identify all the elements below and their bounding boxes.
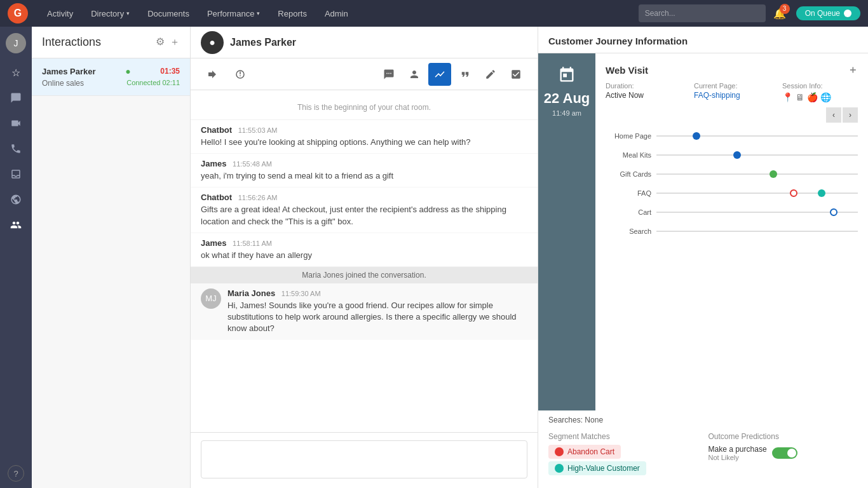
interactions-toolbar: ⚙ ＋ xyxy=(156,36,180,49)
msg-sender: Chatbot xyxy=(201,125,232,135)
chart-row-homepage: Home Page xyxy=(606,128,858,144)
location-icon: 📍 xyxy=(782,92,793,102)
notification-bell[interactable]: 🔔 3 xyxy=(773,8,786,20)
agent-name: Maria Jones xyxy=(227,288,275,298)
msg-time: 11:55:03 AM xyxy=(238,126,278,134)
interaction-time: 01:35 xyxy=(160,67,180,76)
chat-status-icon: ● xyxy=(125,66,130,76)
chat-begin-message: This is the beginning of your chat room. xyxy=(191,95,538,120)
queue-status-dot xyxy=(844,10,851,17)
chart-row-mealkits: Meal Kits xyxy=(606,147,858,163)
agent-message: MJ Maria Jones 11:59:30 AM Hi, James! So… xyxy=(191,283,538,340)
chart-next-button[interactable]: › xyxy=(843,107,858,123)
msg-time: 11:56:26 AM xyxy=(238,194,278,201)
nav-performance[interactable]: Performance ▾ xyxy=(198,0,269,27)
sidebar-icon-phone[interactable] xyxy=(4,137,27,160)
nav-reports[interactable]: Reports xyxy=(269,0,316,27)
msg-sender: James xyxy=(201,238,226,248)
agent-avatar: MJ xyxy=(201,288,221,309)
chat-info-button[interactable] xyxy=(377,63,400,86)
chat-input-area xyxy=(191,432,538,488)
sidebar-icon-globe[interactable] xyxy=(4,188,27,211)
global-search-input[interactable] xyxy=(639,4,766,22)
outcome-toggle[interactable] xyxy=(772,447,797,459)
high-value-badge: High-Value Customer xyxy=(548,461,646,475)
forward-button[interactable] xyxy=(201,63,224,86)
nav-admin[interactable]: Admin xyxy=(316,0,357,27)
interactions-header: Interactions ⚙ ＋ xyxy=(32,27,190,58)
user-avatar[interactable]: J xyxy=(6,33,26,53)
chat-input[interactable] xyxy=(201,440,527,478)
message-chatbot-2: Chatbot 11:56:26 AM Gifts are a great id… xyxy=(191,187,538,233)
checklist-button[interactable] xyxy=(505,63,527,86)
chart-row-giftcards: Gift Cards xyxy=(606,166,858,182)
interactions-panel: Interactions ⚙ ＋ James Parker ● 01:35 On… xyxy=(32,27,191,488)
current-page-link[interactable]: FAQ-shipping xyxy=(694,91,770,100)
msg-text: yeah, i'm trying to send a meal kit to a… xyxy=(201,170,527,182)
chart-row-faq: FAQ xyxy=(606,185,858,201)
abandon-cart-badge: Abandon Cart xyxy=(548,445,621,459)
journey-button[interactable] xyxy=(428,63,451,86)
sidebar-icon-star[interactable]: ☆ xyxy=(4,61,27,84)
chat-messages: This is the beginning of your chat room.… xyxy=(191,90,538,432)
outcome-row: Make a purchase Not Likely xyxy=(709,445,858,461)
chart-prev-button[interactable]: ‹ xyxy=(826,107,841,123)
outcome-predictions-title: Outcome Predictions xyxy=(709,432,858,441)
interaction-contact-name: James Parker xyxy=(42,67,96,76)
contact-info-button[interactable] xyxy=(403,63,426,86)
chart-navigation: ‹ › xyxy=(606,107,858,123)
journey-date-column: 22 Aug 11:49 am xyxy=(538,53,595,410)
sidebar-icon-inbox[interactable] xyxy=(4,163,27,186)
segment-outcome-row: Segment Matches Abandon Cart High-Value … xyxy=(548,432,858,478)
toggle-knob xyxy=(787,449,796,458)
message-chatbot-1: Chatbot 11:55:03 AM Hello! I see you're … xyxy=(191,120,538,154)
icon-sidebar: J ☆ ? xyxy=(0,27,32,488)
msg-text: ok what if they have an allergy xyxy=(201,250,527,261)
journey-content: 22 Aug 11:49 am Web Visit ＋ Duration: Ac… xyxy=(538,53,868,410)
contact-avatar: ● xyxy=(201,31,224,54)
on-queue-button[interactable]: On Queue xyxy=(796,6,860,20)
segment-matches-title: Segment Matches xyxy=(548,432,698,441)
add-journey-button[interactable]: ＋ xyxy=(848,64,858,77)
web-visit-title: Web Visit xyxy=(606,65,648,76)
sidebar-icon-help[interactable]: ? xyxy=(8,465,24,482)
sidebar-icon-chat[interactable] xyxy=(4,86,27,109)
performance-arrow-icon: ▾ xyxy=(257,10,260,17)
nav-documents[interactable]: Documents xyxy=(139,0,198,27)
browser-icon: 🌐 xyxy=(820,92,831,102)
chart-row-search: Search xyxy=(606,223,858,240)
main-layout: J ☆ ? Interactions ⚙ ＋ xyxy=(0,27,868,488)
journey-time: 11:49 am xyxy=(552,109,581,117)
nav-activity[interactable]: Activity xyxy=(38,0,82,27)
journey-date: 22 Aug xyxy=(544,90,590,107)
msg-time: 11:55:48 AM xyxy=(233,160,272,168)
sidebar-icon-video[interactable] xyxy=(4,112,27,135)
message-james-1: James 11:55:48 AM yeah, i'm trying to se… xyxy=(191,154,538,187)
abandon-cart-icon xyxy=(555,447,564,456)
outcome-action: Make a purchase xyxy=(709,445,767,454)
mute-button[interactable] xyxy=(229,63,252,86)
app-logo[interactable]: G xyxy=(8,3,28,24)
interactions-settings-icon[interactable]: ⚙ xyxy=(156,36,165,49)
segment-matches-col: Segment Matches Abandon Cart High-Value … xyxy=(548,432,698,478)
interaction-queue: Online sales xyxy=(42,79,84,88)
outcome-predictions-col: Outcome Predictions Make a purchase Not … xyxy=(709,432,858,478)
chat-area: ● James Parker xyxy=(191,27,538,488)
current-page-field: Current Page: FAQ-shipping xyxy=(694,82,770,102)
system-message: Maria Jones joined the conversation. xyxy=(191,267,538,283)
msg-text: Hello! I see you're looking at shipping … xyxy=(201,137,527,148)
nav-directory[interactable]: Directory ▾ xyxy=(82,0,139,27)
calendar-icon xyxy=(558,66,576,88)
message-james-2: James 11:58:11 AM ok what if they have a… xyxy=(191,233,538,267)
interactions-add-icon[interactable]: ＋ xyxy=(170,36,180,49)
directory-arrow-icon: ▾ xyxy=(126,10,130,17)
interaction-status: Connected 02:11 xyxy=(126,79,180,88)
interaction-item[interactable]: James Parker ● 01:35 Online sales Connec… xyxy=(32,58,190,96)
msg-sender: Chatbot xyxy=(201,193,232,202)
monitor-icon: 🖥 xyxy=(796,92,804,102)
sidebar-icon-users[interactable] xyxy=(4,214,27,236)
apple-icon: 🍎 xyxy=(807,92,818,102)
edit-button[interactable] xyxy=(479,63,502,86)
journey-bottom-section: Searches: None Segment Matches Abandon C… xyxy=(538,410,868,488)
quotes-button[interactable] xyxy=(454,63,477,86)
